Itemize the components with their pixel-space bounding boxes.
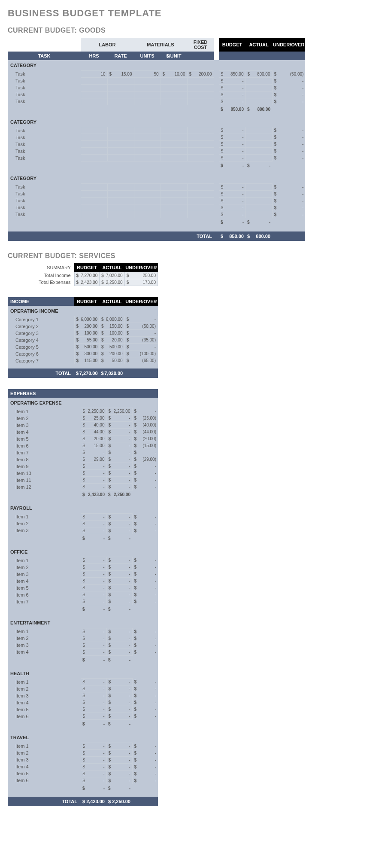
cell[interactable] bbox=[81, 183, 107, 190]
cell[interactable] bbox=[246, 211, 272, 218]
cell[interactable] bbox=[161, 84, 187, 91]
cell[interactable] bbox=[81, 148, 107, 155]
cell[interactable]: $- bbox=[106, 442, 132, 449]
cell[interactable]: $100.00 bbox=[100, 330, 125, 337]
cell[interactable]: $100.00 bbox=[74, 330, 100, 337]
cell[interactable]: $- bbox=[81, 756, 106, 763]
cell[interactable]: $- bbox=[219, 141, 246, 148]
cell[interactable] bbox=[134, 197, 161, 204]
cell[interactable]: $- bbox=[81, 699, 106, 706]
cell[interactable]: $- bbox=[106, 463, 132, 470]
cell[interactable] bbox=[81, 141, 107, 148]
cell[interactable] bbox=[246, 127, 272, 134]
cell[interactable]: $- bbox=[81, 649, 106, 655]
cell[interactable]: $- bbox=[81, 685, 106, 692]
cell[interactable]: $- bbox=[219, 134, 246, 141]
cell[interactable]: $- bbox=[106, 520, 132, 527]
cell[interactable] bbox=[161, 190, 187, 197]
cell[interactable] bbox=[107, 98, 134, 105]
cell[interactable]: $- bbox=[106, 692, 132, 699]
cell[interactable] bbox=[187, 155, 214, 161]
cell[interactable]: $- bbox=[106, 470, 132, 477]
cell[interactable] bbox=[187, 141, 214, 148]
cell[interactable] bbox=[134, 183, 161, 190]
cell[interactable]: $- bbox=[106, 415, 132, 422]
cell[interactable]: $- bbox=[81, 628, 106, 635]
cell[interactable]: $- bbox=[106, 756, 132, 763]
cell[interactable]: $40.00 bbox=[81, 422, 106, 429]
cell[interactable] bbox=[161, 98, 187, 105]
cell[interactable]: $- bbox=[106, 685, 132, 692]
cell[interactable]: $- bbox=[106, 763, 132, 770]
cell[interactable] bbox=[161, 183, 187, 190]
cell[interactable]: $- bbox=[106, 591, 132, 598]
cell[interactable]: $- bbox=[106, 679, 132, 685]
cell[interactable]: $- bbox=[106, 527, 132, 534]
cell[interactable] bbox=[246, 155, 272, 161]
cell[interactable]: $- bbox=[219, 155, 246, 161]
cell[interactable] bbox=[246, 141, 272, 148]
cell[interactable]: $- bbox=[81, 449, 106, 456]
cell[interactable] bbox=[187, 183, 214, 190]
cell[interactable]: $- bbox=[81, 692, 106, 699]
cell[interactable] bbox=[134, 127, 161, 134]
cell[interactable]: $2,250.00 bbox=[81, 408, 106, 415]
cell[interactable] bbox=[187, 211, 214, 218]
cell[interactable] bbox=[187, 77, 214, 84]
cell[interactable]: $6,000.00 bbox=[100, 316, 125, 323]
cell[interactable] bbox=[187, 148, 214, 155]
cell[interactable]: $150.00 bbox=[100, 323, 125, 330]
cell[interactable]: $- bbox=[106, 477, 132, 484]
cell[interactable]: $- bbox=[81, 463, 106, 470]
cell[interactable]: $- bbox=[219, 77, 246, 84]
cell[interactable]: $- bbox=[81, 557, 106, 564]
cell[interactable] bbox=[107, 127, 134, 134]
cell[interactable]: $6,000.00 bbox=[74, 316, 100, 323]
cell[interactable]: $200.00 bbox=[187, 70, 214, 77]
cell[interactable]: $200.00 bbox=[74, 323, 100, 330]
cell[interactable] bbox=[246, 77, 272, 84]
cell[interactable]: $- bbox=[106, 585, 132, 591]
cell[interactable]: $- bbox=[81, 706, 106, 713]
cell[interactable]: $- bbox=[106, 598, 132, 605]
cell[interactable] bbox=[161, 204, 187, 211]
cell[interactable]: $- bbox=[81, 642, 106, 649]
cell[interactable] bbox=[134, 84, 161, 91]
cell[interactable]: $- bbox=[106, 436, 132, 442]
cell[interactable]: 50 bbox=[134, 70, 161, 77]
cell[interactable]: $- bbox=[81, 713, 106, 720]
cell[interactable] bbox=[107, 204, 134, 211]
cell[interactable]: $20.00 bbox=[100, 337, 125, 344]
cell[interactable]: $- bbox=[106, 777, 132, 784]
cell[interactable]: $50.00 bbox=[100, 357, 125, 364]
cell[interactable] bbox=[246, 183, 272, 190]
cell[interactable]: $500.00 bbox=[100, 344, 125, 350]
cell[interactable] bbox=[107, 134, 134, 141]
cell[interactable]: $2,250.00 bbox=[106, 408, 132, 415]
cell[interactable]: $- bbox=[106, 628, 132, 635]
cell[interactable]: $- bbox=[106, 557, 132, 564]
cell[interactable]: $- bbox=[219, 183, 246, 190]
cell[interactable] bbox=[134, 211, 161, 218]
cell[interactable] bbox=[107, 190, 134, 197]
cell[interactable] bbox=[107, 77, 134, 84]
cell[interactable]: $- bbox=[219, 84, 246, 91]
cell[interactable] bbox=[187, 190, 214, 197]
cell[interactable] bbox=[134, 148, 161, 155]
cell[interactable] bbox=[107, 183, 134, 190]
cell[interactable]: $44.00 bbox=[81, 429, 106, 436]
cell[interactable]: $- bbox=[81, 520, 106, 527]
cell[interactable]: $115.00 bbox=[74, 357, 100, 364]
cell[interactable]: $850.00 bbox=[219, 70, 246, 77]
cell[interactable] bbox=[107, 91, 134, 98]
cell[interactable]: $- bbox=[219, 98, 246, 105]
cell[interactable]: $- bbox=[219, 190, 246, 197]
cell[interactable] bbox=[134, 190, 161, 197]
cell[interactable]: $- bbox=[81, 578, 106, 585]
cell[interactable]: $- bbox=[81, 777, 106, 784]
cell[interactable]: $300.00 bbox=[74, 350, 100, 357]
cell[interactable] bbox=[81, 91, 107, 98]
cell[interactable]: $- bbox=[81, 749, 106, 756]
cell[interactable]: $- bbox=[219, 127, 246, 134]
cell[interactable] bbox=[81, 98, 107, 105]
